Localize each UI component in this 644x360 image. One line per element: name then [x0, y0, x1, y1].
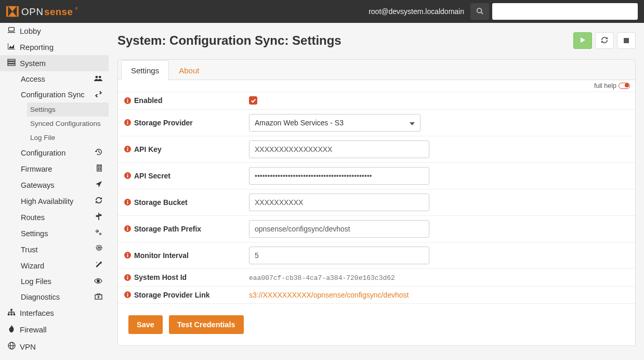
magic-icon	[95, 261, 102, 270]
bucket-input[interactable]	[249, 194, 429, 211]
sidebar-item-log-file[interactable]: Log File	[27, 131, 109, 145]
svg-rect-32	[8, 314, 10, 316]
sidebar-item-gateways[interactable]: Gateways	[21, 177, 109, 193]
full-help-toggle[interactable]: full help	[594, 82, 630, 89]
user-label[interactable]: root@devsystem.localdomain	[369, 7, 464, 16]
svg-point-14	[99, 76, 101, 79]
sidebar-item-log-files[interactable]: Log Files	[21, 274, 109, 289]
sidebar-item-lobby[interactable]: Lobby	[0, 23, 109, 39]
svg-marker-45	[410, 122, 415, 125]
svg-point-39	[124, 97, 131, 104]
sidebar-item-label: Lobby	[20, 27, 103, 35]
svg-line-8	[481, 12, 483, 14]
sidebar: Lobby Reporting System Access Configurat…	[0, 23, 109, 360]
sidebar-item-label: System	[20, 59, 103, 68]
api-key-input[interactable]	[249, 140, 429, 158]
stop-icon	[624, 36, 629, 45]
service-start-button[interactable]	[573, 32, 592, 49]
svg-rect-59	[127, 255, 128, 258]
save-button[interactable]: Save	[128, 315, 163, 334]
info-icon[interactable]	[124, 172, 131, 179]
svg-rect-38	[624, 38, 629, 43]
test-credentials-button[interactable]: Test Credentials	[169, 315, 244, 334]
svg-rect-40	[127, 100, 128, 102]
users-icon	[94, 75, 102, 83]
service-stop-button[interactable]	[617, 32, 636, 49]
sidebar-item-routes[interactable]: Routes	[21, 209, 109, 225]
prefix-input[interactable]	[249, 220, 429, 238]
svg-point-49	[124, 172, 131, 179]
sidebar-item-diagnostics[interactable]: Diagnostics	[21, 289, 109, 305]
location-icon	[95, 181, 102, 189]
svg-point-27	[101, 263, 102, 264]
svg-point-42	[124, 119, 131, 126]
sidebar-item-ha[interactable]: High Availability	[21, 193, 109, 209]
sidebar-item-label: Access	[21, 75, 94, 83]
sidebar-item-reporting[interactable]: Reporting	[0, 39, 109, 55]
sidebar-item-interfaces[interactable]: Interfaces	[0, 305, 109, 321]
enabled-checkbox[interactable]	[249, 96, 257, 105]
field-label: Enabled	[134, 96, 162, 105]
exchange-icon	[95, 91, 102, 99]
sidebar-item-settings[interactable]: Settings	[21, 225, 109, 241]
svg-rect-47	[127, 149, 128, 151]
sidebar-item-label: Trust	[21, 246, 96, 254]
sidebar-item-synced-configurations[interactable]: Synced Configurations	[27, 117, 109, 131]
info-icon[interactable]	[124, 225, 131, 232]
service-restart-button[interactable]	[595, 32, 614, 49]
row-enabled: Enabled	[118, 92, 635, 110]
info-icon[interactable]	[124, 274, 131, 281]
svg-rect-9	[9, 28, 15, 31]
hostid-value: eaa007cf-cb38-4ca7-a384-720e163c3d62	[249, 274, 395, 282]
sidebar-item-label: Configuration	[21, 149, 95, 157]
sidebar-item-settings-sub[interactable]: Settings	[27, 102, 109, 117]
sidebar-item-label: Firmware	[21, 165, 96, 173]
sidebar-item-label: Synced Configurations	[30, 120, 103, 127]
sidebar-item-label: Gateways	[21, 181, 95, 189]
sidebar-item-access[interactable]: Access	[21, 71, 109, 87]
info-icon[interactable]	[124, 291, 131, 298]
chart-area-icon	[6, 43, 17, 52]
info-icon[interactable]	[124, 146, 131, 152]
svg-point-26	[96, 262, 97, 263]
info-icon[interactable]	[124, 119, 131, 126]
interval-input[interactable]	[249, 247, 429, 264]
sidebar-item-firewall[interactable]: Firewall	[0, 321, 109, 338]
cogs-icon	[95, 229, 102, 238]
sidebar-item-label: Wizard	[21, 262, 95, 270]
sidebar-item-label: Log File	[30, 134, 103, 142]
sidebar-item-configuration-sync[interactable]: Configuration Sync	[21, 87, 109, 102]
sidebar-item-system[interactable]: System	[0, 55, 109, 71]
sidebar-item-vpn[interactable]: VPN	[0, 338, 109, 355]
info-icon[interactable]	[124, 199, 131, 205]
search-button[interactable]	[470, 3, 489, 20]
sidebar-item-firmware[interactable]: Firmware	[21, 161, 109, 177]
svg-point-17	[98, 168, 99, 169]
provider-link[interactable]: s3://XXXXXXXXXX/opnsense/configsync/devh…	[249, 291, 409, 299]
sidebar-item-trust[interactable]: Trust	[21, 241, 109, 258]
svg-text:sense: sense	[44, 6, 73, 17]
tab-about[interactable]: About	[169, 60, 209, 80]
tab-settings[interactable]: Settings	[121, 60, 169, 80]
provider-select[interactable]: Amazon Web Services - S3	[249, 114, 420, 132]
api-secret-input[interactable]	[249, 167, 429, 185]
info-icon[interactable]	[124, 252, 131, 259]
sidebar-item-wizard[interactable]: Wizard	[21, 258, 109, 274]
eye-icon	[94, 278, 102, 286]
sidebar-item-label: Configuration Sync	[21, 91, 95, 99]
row-api-key: API Key	[118, 136, 635, 163]
sidebar-item-label: VPN	[20, 342, 103, 351]
field-label: Storage Bucket	[134, 198, 188, 207]
briefcase-medical-icon	[95, 293, 102, 301]
svg-point-29	[97, 279, 99, 281]
info-icon[interactable]	[124, 97, 131, 104]
field-label: Storage Path Prefix	[134, 225, 201, 233]
sidebar-item-label: Reporting	[20, 43, 103, 52]
search-input[interactable]	[492, 3, 638, 20]
svg-rect-25	[96, 261, 102, 267]
svg-rect-43	[127, 122, 128, 125]
globe-icon	[6, 342, 17, 351]
field-label: Monitor Interval	[134, 251, 189, 260]
settings-panel: Settings About full help Enabled	[117, 59, 636, 346]
sidebar-item-configuration[interactable]: Configuration	[21, 145, 109, 161]
